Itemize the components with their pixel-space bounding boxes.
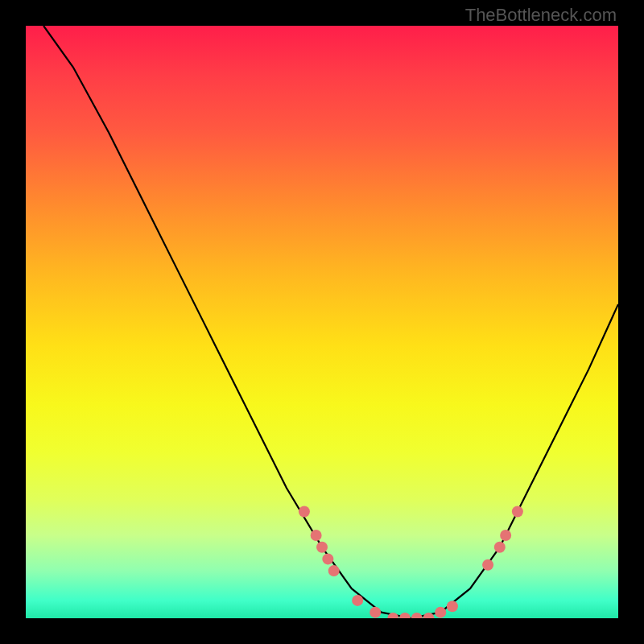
watermark-text: TheBottleneck.com: [465, 5, 617, 26]
data-marker: [494, 542, 506, 553]
data-marker: [299, 506, 310, 518]
data-marker: [482, 559, 493, 571]
data-marker: [512, 506, 523, 518]
data-marker: [369, 607, 381, 618]
curve-line: [43, 26, 618, 618]
data-marker: [311, 530, 322, 541]
data-marker: [411, 613, 423, 618]
data-marker: [447, 601, 458, 612]
bottleneck-curve: [26, 26, 618, 618]
plot-area: [26, 26, 618, 618]
data-marker: [322, 553, 333, 564]
data-marker: [435, 607, 446, 618]
data-marker: [328, 565, 340, 576]
curve-markers: [299, 506, 523, 618]
data-marker: [500, 530, 511, 541]
data-marker: [316, 542, 328, 553]
data-marker: [352, 595, 363, 606]
chart-container: TheBottleneck.com: [0, 0, 644, 644]
data-marker: [399, 613, 411, 618]
